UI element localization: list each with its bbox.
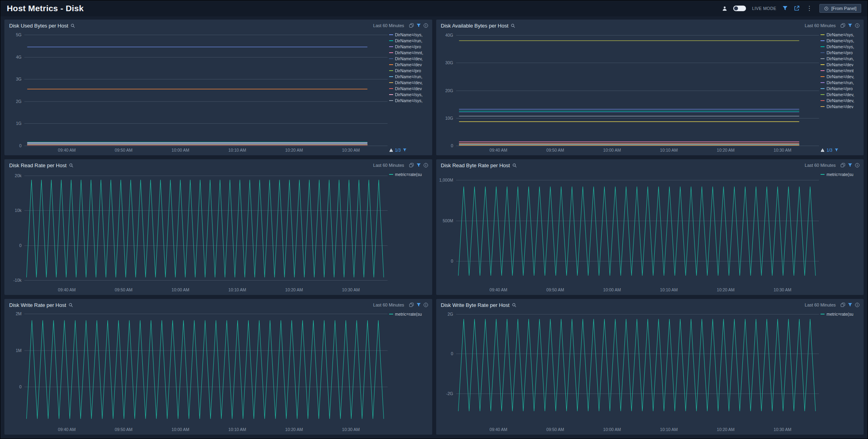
warning-icon: [389, 148, 393, 152]
series-plot: [456, 170, 819, 285]
y-tick-label: 20G: [445, 88, 453, 93]
x-tick-label: 10:10 AM: [660, 148, 677, 152]
info-icon[interactable]: [855, 163, 860, 168]
x-tick-label: 10:10 AM: [228, 148, 246, 152]
info-icon[interactable]: [423, 163, 428, 168]
info-icon[interactable]: [855, 303, 860, 307]
legend-item[interactable]: DirName=/sys,: [821, 44, 861, 49]
legend-swatch: [821, 76, 825, 77]
legend-swatch: [821, 94, 825, 95]
time-range-button[interactable]: [From Panel]: [819, 4, 861, 13]
panel-filter-icon[interactable]: [848, 163, 852, 168]
plot-area[interactable]: [24, 31, 388, 146]
legend-label: metric=rate(su: [395, 172, 422, 177]
legend-item[interactable]: DirName=/dev: [389, 61, 430, 67]
copy-panel-icon[interactable]: [840, 163, 845, 168]
legend-item[interactable]: DirName=/sys,: [389, 91, 430, 97]
legend-pager[interactable]: 1/3: [821, 146, 861, 154]
zoom-icon[interactable]: [69, 303, 73, 307]
chart-area: 01M2M 09:40 AM09:50 AM10:00 AM10:10 AM10…: [6, 310, 388, 434]
legend-item[interactable]: DirName=/dev,: [821, 91, 861, 97]
y-tick-label: 0: [451, 259, 453, 263]
panel-body: 01M2M 09:40 AM09:50 AM10:00 AM10:10 AM10…: [4, 309, 432, 435]
legend-item[interactable]: DirName=/sys,: [821, 32, 861, 38]
zoom-icon[interactable]: [69, 163, 73, 168]
legend-item[interactable]: metric=rate(su: [389, 311, 430, 317]
y-tick-label: 5G: [16, 32, 22, 37]
zoom-icon[interactable]: [512, 303, 516, 307]
plot-area[interactable]: [456, 31, 819, 146]
copy-panel-icon[interactable]: [409, 303, 414, 307]
plot-area[interactable]: [456, 170, 819, 285]
info-icon[interactable]: [423, 303, 428, 307]
panel-time-range: Last 60 Minutes: [373, 163, 404, 168]
kebab-menu-icon[interactable]: ⋮: [805, 6, 813, 11]
x-tick-label: 09:40 AM: [490, 427, 507, 432]
legend-item[interactable]: metric=rate(su: [821, 171, 861, 177]
legend-item[interactable]: DirName=/dev: [821, 61, 861, 67]
legend-pager[interactable]: 1/3: [389, 146, 430, 154]
legend-item[interactable]: DirName=/dev,: [821, 73, 861, 79]
legend-swatch: [389, 64, 393, 65]
legend-item[interactable]: DirName=/dev: [821, 103, 861, 109]
y-tick-label: 2G: [447, 312, 453, 316]
legend-item[interactable]: DirName=/mnt: [821, 67, 861, 73]
panel-filter-icon[interactable]: [416, 303, 421, 307]
x-tick-label: 10:20 AM: [717, 287, 734, 292]
filter-icon[interactable]: [782, 6, 788, 11]
legend-filter-icon[interactable]: [835, 148, 838, 152]
legend-filter-icon[interactable]: [403, 148, 407, 152]
legend-item[interactable]: DirName=/run,: [821, 79, 861, 85]
legend-item[interactable]: DirName=/mnt,: [389, 49, 430, 55]
legend-item[interactable]: metric=rate(su: [821, 311, 861, 317]
share-icon[interactable]: [794, 6, 799, 11]
info-icon[interactable]: [423, 23, 428, 28]
legend-item[interactable]: DirName=/sys,: [389, 32, 430, 38]
user-icon[interactable]: [722, 6, 727, 11]
legend-item[interactable]: DirName=/run,: [389, 73, 430, 79]
info-icon[interactable]: [855, 23, 860, 28]
copy-panel-icon[interactable]: [840, 303, 845, 307]
live-mode-toggle[interactable]: [733, 6, 746, 11]
legend-label: DirName=/sys,: [395, 32, 423, 37]
legend-swatch: [389, 40, 393, 41]
x-tick-label: 10:10 AM: [228, 287, 246, 292]
legend-column: metric=rate(su: [388, 310, 430, 434]
legend-item[interactable]: DirName=/run,: [821, 55, 861, 61]
panel-filter-icon[interactable]: [848, 23, 852, 28]
panel-filter-icon[interactable]: [848, 303, 852, 307]
legend-item[interactable]: DirName=/sys,: [821, 38, 861, 44]
legend-item[interactable]: DirName=/pro: [389, 44, 430, 49]
panel-filter-icon[interactable]: [416, 163, 421, 168]
legend-item[interactable]: DirName=/pro: [821, 85, 861, 91]
zoom-icon[interactable]: [512, 163, 517, 168]
legend-item[interactable]: DirName=/run,: [389, 38, 430, 44]
legend-item[interactable]: DirName=/pro: [389, 67, 430, 73]
chart-area: -10k010k20k 09:40 AM09:50 AM10:00 AM10:1…: [6, 170, 388, 294]
legend-item[interactable]: DirName=/pro: [821, 49, 861, 55]
legend-item[interactable]: DirName=/sys,: [389, 97, 430, 103]
plot-area[interactable]: [456, 310, 819, 425]
plot-area[interactable]: [24, 170, 388, 285]
legend-swatch: [389, 46, 393, 47]
legend-item[interactable]: DirName=/dev,: [821, 97, 861, 103]
legend-swatch: [389, 70, 393, 71]
copy-panel-icon[interactable]: [409, 163, 414, 168]
legend-item[interactable]: DirName=/dev,: [389, 79, 430, 85]
zoom-icon[interactable]: [71, 24, 75, 28]
plot-area[interactable]: [24, 310, 388, 425]
y-axis: 01M2M: [6, 310, 24, 425]
copy-panel-icon[interactable]: [409, 23, 414, 28]
zoom-icon[interactable]: [511, 24, 515, 28]
legend-item[interactable]: metric=rate(su: [389, 171, 430, 177]
y-axis: 0500M1,000M: [438, 170, 456, 285]
legend-item[interactable]: DirName=/dev,: [389, 55, 430, 61]
x-tick-label: 09:50 AM: [115, 427, 132, 432]
legend-label: DirName=/sys,: [395, 98, 423, 103]
panel-filter-icon[interactable]: [416, 23, 421, 28]
series-plot: [24, 310, 388, 425]
copy-panel-icon[interactable]: [840, 23, 845, 28]
legend-swatch: [821, 64, 825, 65]
y-tick-label: 0: [19, 384, 22, 389]
legend-item[interactable]: DirName=/dev: [389, 85, 430, 91]
